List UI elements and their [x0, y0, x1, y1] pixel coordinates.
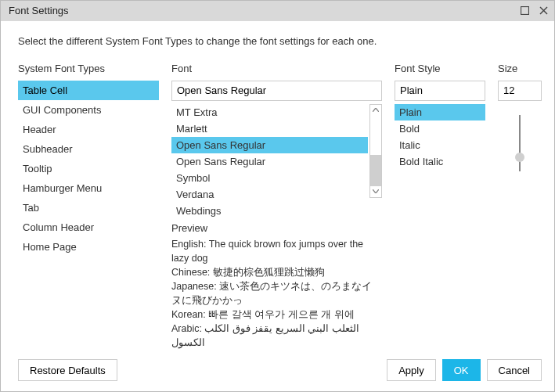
scroll-down-icon[interactable] [370, 186, 381, 197]
style-option[interactable]: Italic [395, 137, 485, 153]
font-header: Font [171, 63, 382, 74]
preview-ja: Japanese: 速い茶色のキツネは、のろまなイヌに飛びかかっ [171, 279, 382, 307]
preview-ar: Arabic: الثعلب البني السريع يقفز فوق الك… [171, 322, 382, 350]
size-slider[interactable] [498, 115, 542, 171]
font-option[interactable]: Webdings [171, 203, 368, 219]
font-option[interactable]: Verdana [171, 186, 368, 203]
cancel-button[interactable]: Cancel [487, 359, 542, 381]
font-option[interactable]: Open Sans Regular [171, 137, 368, 153]
restore-defaults-button[interactable]: Restore Defaults [18, 359, 117, 381]
font-scrollbar[interactable] [369, 104, 382, 198]
type-item-table-cell[interactable]: Table Cell [18, 81, 159, 100]
preview-header: Preview [171, 222, 382, 234]
font-option[interactable]: Open Sans Regular [171, 153, 368, 170]
content-area: Select the different System Font Types t… [1, 21, 554, 358]
style-input[interactable] [395, 81, 485, 101]
types-header: System Font Types [18, 63, 159, 74]
scroll-track[interactable] [370, 116, 381, 186]
type-item-tooltip[interactable]: Tooltip [18, 159, 159, 178]
ok-button[interactable]: OK [442, 359, 481, 381]
slider-handle[interactable] [515, 153, 524, 162]
footer: Restore Defaults Apply OK Cancel [1, 358, 554, 391]
type-item-hamburger[interactable]: Hamburger Menu [18, 178, 159, 198]
type-item-header[interactable]: Header [18, 120, 159, 139]
style-column: Font Style Plain Bold Italic Bold Italic [395, 63, 485, 350]
apply-button[interactable]: Apply [387, 359, 436, 381]
font-settings-dialog: Font Settings Select the different Syste… [0, 0, 555, 392]
font-option[interactable]: Marlett [171, 120, 368, 137]
type-item-tab[interactable]: Tab [18, 198, 159, 218]
style-list[interactable]: Plain Bold Italic Bold Italic [395, 104, 485, 170]
titlebar: Font Settings [1, 1, 554, 21]
window-title: Font Settings [9, 5, 512, 16]
font-option[interactable]: MT Extra [171, 104, 368, 120]
slider-track[interactable] [519, 115, 521, 171]
type-item-column-header[interactable]: Column Header [18, 218, 159, 237]
svg-rect-0 [521, 7, 528, 15]
style-option[interactable]: Bold [395, 120, 485, 137]
scroll-thumb[interactable] [370, 155, 381, 186]
size-input[interactable] [498, 81, 542, 101]
size-header: Size [498, 63, 542, 74]
preview-zh: Chinese: 敏捷的棕色狐狸跳过懒狗 [171, 265, 382, 279]
type-item-subheader[interactable]: Subheader [18, 139, 159, 159]
font-input[interactable] [171, 81, 382, 101]
style-option[interactable]: Bold Italic [395, 153, 485, 170]
style-option[interactable]: Plain [395, 104, 485, 120]
font-list[interactable]: MT Extra Marlett Open Sans Regular Open … [171, 104, 368, 219]
columns: System Font Types Table Cell GUI Compone… [18, 63, 542, 350]
maximize-icon[interactable] [518, 5, 531, 17]
type-item-home-page[interactable]: Home Page [18, 237, 159, 257]
preview-en: English: The quick brown fox jumps over … [171, 237, 382, 265]
font-option[interactable]: Symbol [171, 170, 368, 186]
type-item-gui[interactable]: GUI Components [18, 100, 159, 120]
preview-ko: Korean: 빠른 갈색 여우가 게으른 개 위에 [171, 307, 382, 322]
font-list-wrap: MT Extra Marlett Open Sans Regular Open … [171, 104, 382, 219]
scroll-up-icon[interactable] [370, 105, 381, 116]
size-column: Size [498, 63, 542, 350]
close-icon[interactable] [537, 5, 550, 17]
style-header: Font Style [395, 63, 485, 74]
types-list[interactable]: Table Cell GUI Components Header Subhead… [18, 81, 159, 257]
types-column: System Font Types Table Cell GUI Compone… [18, 63, 159, 350]
font-column: Font MT Extra Marlett Open Sans Regular … [171, 63, 382, 350]
intro-text: Select the different System Font Types t… [18, 35, 542, 47]
preview-body: English: The quick brown fox jumps over … [171, 237, 382, 350]
